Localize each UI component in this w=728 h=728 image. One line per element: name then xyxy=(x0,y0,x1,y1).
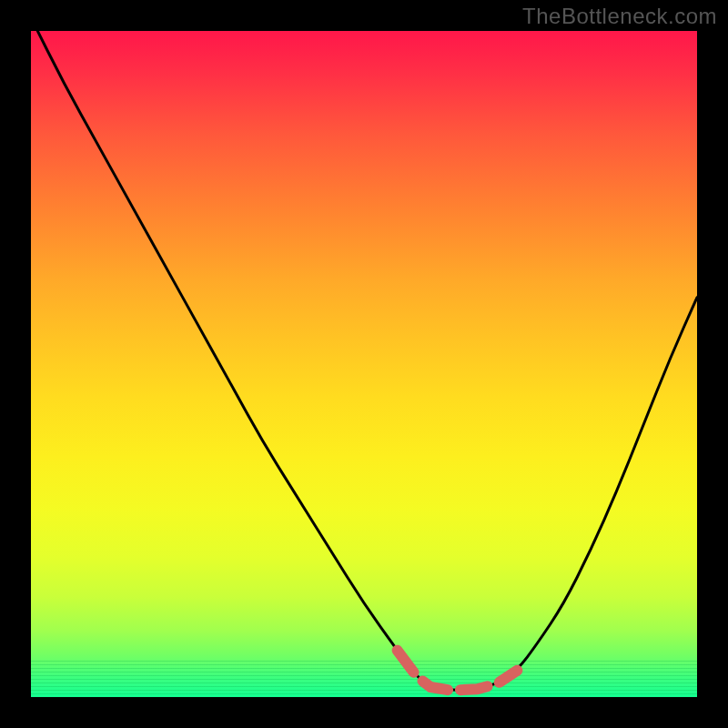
bottleneck-curve-svg xyxy=(31,31,697,697)
plot-area xyxy=(31,31,697,697)
chart-frame: TheBottleneck.com xyxy=(0,0,728,728)
watermark-text: TheBottleneck.com xyxy=(522,4,717,29)
bottleneck-curve-path xyxy=(31,17,697,690)
optimal-range-dashes xyxy=(398,651,518,691)
